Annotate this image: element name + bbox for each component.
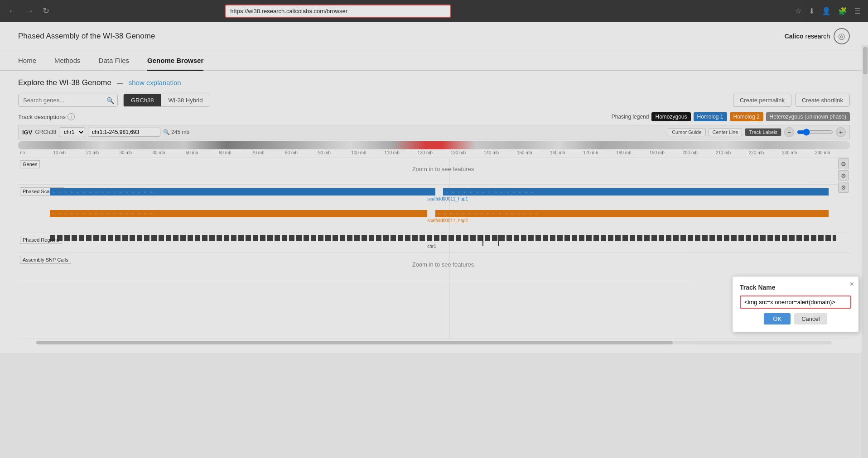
- dialog-buttons: OK Cancel: [740, 313, 851, 324]
- dialog-overlay: Track Name × OK Cancel: [0, 0, 868, 354]
- track-name-dialog: Track Name × OK Cancel: [732, 276, 859, 332]
- dialog-close-btn[interactable]: ×: [850, 280, 854, 288]
- dialog-ok-btn[interactable]: OK: [764, 313, 791, 324]
- dialog-track-name-input[interactable]: [740, 296, 851, 309]
- dialog-cancel-btn[interactable]: Cancel: [794, 313, 827, 324]
- dialog-title: Track Name: [740, 284, 851, 291]
